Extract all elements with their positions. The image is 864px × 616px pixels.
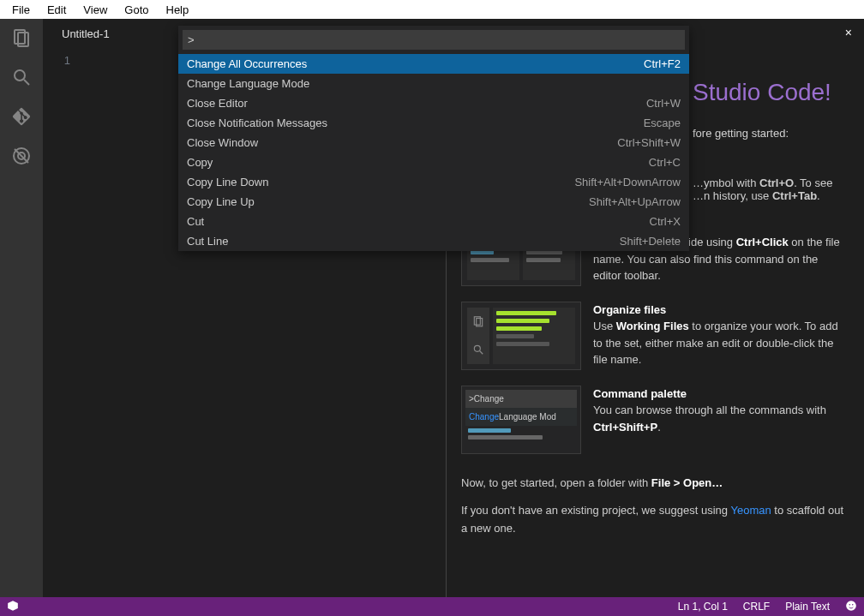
line-number-1: 1 <box>43 54 70 67</box>
svg-point-12 <box>849 604 850 606</box>
palette-item-copy-line-down[interactable]: Copy Line DownShift+Alt+DownArrow <box>178 172 689 192</box>
palette-item-close-editor[interactable]: Close EditorCtrl+W <box>178 93 689 113</box>
palette-item-copy[interactable]: CopyCtrl+C <box>178 153 689 172</box>
debug-icon[interactable] <box>9 144 33 168</box>
welcome-foot2: If you don't have an existing project, w… <box>461 502 864 538</box>
activity-bar <box>0 19 43 597</box>
close-icon[interactable]: × <box>845 26 852 39</box>
tip-organize-thumb <box>461 302 581 370</box>
pal-thumb-row2: Change Language Mod <box>465 408 577 426</box>
tip-palette: >Change Change Language Mod Command pale… <box>461 386 864 454</box>
status-language[interactable]: Plain Text <box>785 601 830 613</box>
palette-item-copy-line-up[interactable]: Copy Line UpShift+Alt+UpArrow <box>178 192 689 212</box>
tip-palette-thumb: >Change Change Language Mod <box>461 386 581 454</box>
menu-help[interactable]: Help <box>158 2 198 18</box>
line-gutter: 1 <box>43 49 86 67</box>
command-palette-input[interactable] <box>183 30 685 50</box>
svg-point-9 <box>474 345 480 351</box>
menu-edit[interactable]: Edit <box>39 2 75 18</box>
command-palette-list: Change All OccurrencesCtrl+F2 Change Lan… <box>178 54 689 251</box>
status-eol[interactable]: CRLF <box>743 601 770 613</box>
tip-organize: Organize files Use Working Files to orga… <box>461 302 864 370</box>
palette-item-change-language-mode[interactable]: Change Language Mode <box>178 74 689 93</box>
search-icon[interactable] <box>9 65 33 89</box>
svg-line-3 <box>24 80 29 85</box>
tip-palette-text: Command palette You can browse through a… <box>593 386 864 436</box>
welcome-foot1: Now, to get started, open a folder with … <box>461 475 864 493</box>
command-palette: Change All OccurrencesCtrl+F2 Change Lan… <box>178 26 689 251</box>
yeoman-link[interactable]: Yeoman <box>730 504 771 517</box>
svg-point-2 <box>15 70 25 81</box>
svg-point-13 <box>852 604 854 606</box>
palette-item-change-all-occurrences[interactable]: Change All OccurrencesCtrl+F2 <box>178 54 689 74</box>
menu-view[interactable]: View <box>75 2 116 18</box>
pal-thumb-row1: >Change <box>465 390 577 408</box>
svg-line-10 <box>480 351 483 355</box>
feedback-icon[interactable] <box>7 600 19 614</box>
menu-file[interactable]: File <box>3 2 39 18</box>
menubar: File Edit View Goto Help <box>0 0 864 19</box>
git-icon[interactable] <box>9 105 33 129</box>
svg-line-6 <box>15 149 28 163</box>
palette-item-close-window[interactable]: Close WindowCtrl+Shift+W <box>178 133 689 153</box>
menu-goto[interactable]: Goto <box>116 2 157 18</box>
explorer-icon[interactable] <box>9 26 33 50</box>
tip-organize-text: Organize files Use Working Files to orga… <box>593 302 864 368</box>
palette-item-cut-line[interactable]: Cut LineShift+Delete <box>178 231 689 251</box>
svg-point-11 <box>846 601 856 611</box>
tab-untitled[interactable]: Untitled-1 <box>58 21 113 47</box>
palette-item-cut[interactable]: CutCtrl+X <box>178 212 689 231</box>
palette-item-close-notification-messages[interactable]: Close Notification MessagesEscape <box>178 113 689 133</box>
status-ln-col[interactable]: Ln 1, Col 1 <box>678 601 728 613</box>
smiley-icon[interactable] <box>845 600 857 614</box>
status-bar: Ln 1, Col 1 CRLF Plain Text <box>0 597 864 616</box>
